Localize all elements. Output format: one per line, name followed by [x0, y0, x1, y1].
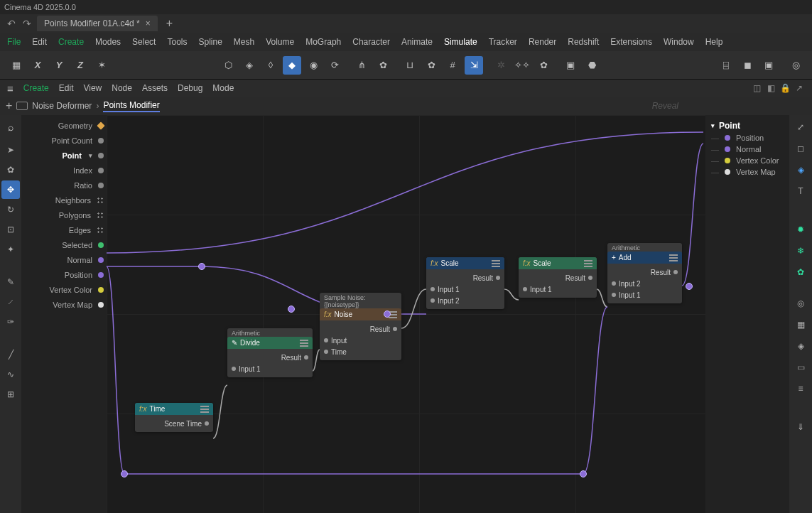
panel-icon-1[interactable]: ◫ [751, 82, 762, 94]
node-divide[interactable]: Arithmetic✎DivideResultInput 1 [227, 328, 313, 377]
wire-junction[interactable] [121, 470, 128, 477]
hex-icon[interactable]: ⬡ [219, 56, 237, 75]
curve-tool-icon[interactable]: ∿ [1, 365, 20, 384]
node-scale2[interactable]: f:xScaleResultInput 1 [519, 257, 597, 298]
primitive-icon[interactable]: ◆ [283, 56, 301, 75]
input-port-row[interactable]: Normal [21, 252, 107, 267]
input-port-row[interactable]: Index [21, 163, 107, 178]
arrow-tool-icon[interactable]: ➤ [1, 141, 20, 159]
disc-icon[interactable]: ◉ [304, 56, 323, 75]
panel-square-icon[interactable]: ◻ [791, 139, 810, 158]
node-menu-icon[interactable] [584, 260, 592, 267]
menu-animate[interactable]: Animate [401, 37, 433, 47]
snap-icon[interactable]: ⇲ [465, 56, 483, 75]
input-port-row[interactable]: Edges [21, 222, 107, 237]
target-icon[interactable]: ◎ [791, 294, 810, 313]
editor-menu-node[interactable]: Node [112, 83, 132, 93]
node-header[interactable]: ✎Divide [227, 337, 313, 349]
axis-z[interactable]: Z [71, 56, 90, 75]
node-add[interactable]: Arithmetic+AddResultInput 2Input 1 [607, 243, 682, 303]
globe-icon[interactable]: ◎ [786, 56, 805, 75]
down-icon[interactable]: ⇓ [791, 418, 810, 436]
cube-icon[interactable]: ◈ [240, 56, 259, 75]
brush-tool-icon[interactable]: ⟋ [1, 293, 20, 311]
wire-junction[interactable] [198, 263, 205, 270]
node-header[interactable]: f:xTime [135, 403, 213, 415]
menu-select[interactable]: Select [132, 37, 156, 47]
menu-tracker[interactable]: Tracker [489, 37, 517, 47]
search-icon[interactable]: ⌕ [1, 118, 20, 136]
refresh-icon[interactable]: ⟳ [325, 56, 344, 75]
menu-create[interactable]: Create [58, 37, 84, 47]
image-icon[interactable]: ▦ [791, 315, 810, 334]
tag-icon[interactable] [16, 102, 28, 110]
input-port-row[interactable]: Position [21, 267, 107, 282]
render-settings-icon[interactable]: ⬣ [583, 56, 601, 75]
reveal-input[interactable]: Reveal [652, 101, 806, 111]
add-icon[interactable]: + [6, 99, 12, 112]
input-port-row[interactable]: Ratio [21, 178, 107, 193]
timeline-icon[interactable]: ⌸ [717, 56, 735, 75]
breadcrumb-current[interactable]: Points Modifier [103, 100, 159, 112]
input-port-row[interactable]: Point Count [21, 133, 107, 148]
new-tab-button[interactable]: + [162, 17, 177, 30]
wire-junction[interactable] [384, 310, 391, 318]
editor-menu-assets[interactable]: Assets [142, 83, 168, 93]
menu-modes[interactable]: Modes [95, 37, 121, 47]
grid-tool-icon[interactable]: ⊞ [1, 385, 20, 404]
output-port-row[interactable]: —Vertex Map [705, 166, 789, 178]
panel-icon-2[interactable]: ◧ [765, 82, 776, 94]
node-header[interactable]: f:xScale [426, 257, 504, 269]
menu-window[interactable]: Window [664, 37, 694, 47]
menu-extensions[interactable]: Extensions [610, 37, 652, 47]
transform-tool-icon[interactable]: ✦ [1, 240, 20, 259]
input-port-row[interactable]: Vertex Map [21, 297, 107, 312]
node-header[interactable]: f:xScale [519, 257, 597, 269]
input-port-row[interactable]: Neighbors [21, 193, 107, 207]
menu-tools[interactable]: Tools [167, 37, 187, 47]
clip-icon[interactable]: ▭ [791, 358, 810, 377]
record-icon[interactable]: ▣ [759, 56, 778, 75]
node-noise[interactable]: Sample Noise: {[noisetype]}f:xNoiseResul… [320, 293, 401, 360]
gear-right-icon[interactable]: ✿ [791, 263, 810, 281]
knife-tool-icon[interactable]: ╱ [1, 345, 20, 364]
menu-file[interactable]: File [7, 37, 21, 47]
sun-icon[interactable]: ✹ [791, 220, 810, 239]
redo-icon[interactable]: ↷ [21, 18, 33, 29]
editor-menu-create[interactable]: Create [23, 83, 49, 93]
snap-gear-icon[interactable]: ✿ [422, 56, 440, 75]
node-menu-icon[interactable] [669, 254, 678, 261]
menu-redshift[interactable]: Redshift [568, 37, 599, 47]
output-port-row[interactable]: —Position [705, 132, 789, 144]
symm-gear-icon[interactable]: ✿ [534, 56, 553, 75]
node-menu-icon[interactable] [300, 340, 308, 347]
document-tab[interactable]: Points Modifier 01A.c4d * × [37, 16, 158, 31]
axis-y[interactable]: Y [50, 56, 68, 75]
input-port-row[interactable]: Selected [21, 237, 107, 252]
gear-icon[interactable]: ✿ [374, 56, 392, 75]
menu-spline[interactable]: Spline [198, 37, 222, 47]
menu-help[interactable]: Help [705, 37, 723, 47]
output-port-row[interactable]: —Vertex Color [705, 155, 789, 166]
breadcrumb-root[interactable]: Noise Deformer [32, 101, 92, 111]
wire-junction[interactable] [580, 470, 587, 477]
editor-menu-edit[interactable]: Edit [59, 83, 74, 93]
expand-icon[interactable]: ⤢ [791, 118, 810, 136]
gear-tool-icon[interactable]: ✿ [1, 161, 20, 179]
input-port-row[interactable]: Polygons [21, 207, 107, 222]
close-icon[interactable]: × [146, 18, 151, 28]
node-time[interactable]: f:xTimeScene Time [135, 403, 213, 432]
hamburger-icon[interactable]: ≡ [7, 82, 13, 94]
cube-shelf-icon[interactable]: ◈ [791, 161, 810, 179]
output-port-row[interactable]: —Normal [705, 144, 789, 155]
editor-menu-debug[interactable]: Debug [178, 83, 202, 93]
input-port-row[interactable]: Vertex Color [21, 282, 107, 297]
move-tool-icon[interactable]: ✥ [1, 180, 20, 199]
menu-character[interactable]: Character [352, 37, 390, 47]
lock-icon[interactable]: 🔒 [779, 82, 791, 94]
magnet-icon[interactable]: ⊔ [401, 56, 419, 75]
stack-icon[interactable]: ≡ [791, 379, 810, 398]
node-scale1[interactable]: f:xScaleResultInput 1Input 2 [426, 257, 504, 309]
render-icon[interactable]: ▣ [561, 56, 580, 75]
wire-junction[interactable] [288, 306, 295, 313]
